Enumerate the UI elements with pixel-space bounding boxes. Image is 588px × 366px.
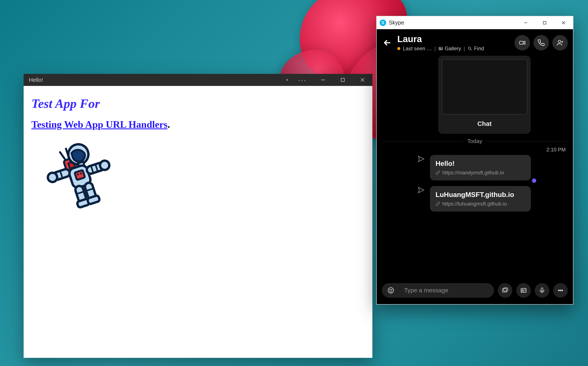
arrow-left-icon [383, 38, 392, 47]
message-out[interactable]: LuHuangMSFT.github.io https://luhuangmsf… [430, 186, 531, 212]
search-icon [467, 46, 472, 51]
meta-separator: | [434, 46, 436, 52]
sent-icon [417, 155, 425, 163]
sent-indicator [417, 155, 425, 163]
meta-separator: | [464, 46, 465, 52]
svg-point-45 [388, 288, 394, 293]
chat-scroll[interactable]: Chat Today 2:10 PM Hello! https://mandym [377, 56, 573, 278]
skype-body: Laura Last seen … | Gallery | [377, 29, 573, 304]
svg-rect-11 [75, 170, 85, 180]
pwa-window: Hello! ··· Test App For Testing Web App … [24, 74, 372, 358]
close-icon [360, 77, 365, 83]
message-timestamp: 2:10 PM [383, 147, 566, 153]
video-icon [519, 39, 526, 46]
status-dot-icon [397, 47, 400, 50]
day-separator: Today [383, 138, 567, 145]
desktop: Hello! ··· Test App For Testing Web App … [0, 0, 588, 366]
phone-icon [537, 39, 545, 46]
pwa-minimize-button[interactable] [313, 74, 333, 86]
status-item: Last seen … [397, 46, 432, 52]
astronaut-image [36, 140, 365, 218]
video-call-button[interactable] [514, 35, 530, 51]
chat-header: Laura Last seen … | Gallery | [377, 29, 573, 56]
pwa-subheading: Testing Web App URL Handlers. [31, 119, 365, 130]
message-url-line: https://mandymsft.github.io [436, 170, 525, 176]
skype-titlebar[interactable]: S Skype [377, 16, 573, 29]
more-icon [557, 287, 564, 294]
link-preview-caption: Chat [439, 114, 530, 133]
pwa-identity-button[interactable] [283, 74, 293, 86]
gallery-label: Gallery [445, 46, 461, 52]
header-actions [514, 35, 568, 51]
svg-rect-1 [341, 78, 344, 81]
message-url: https://luhuangmsft.github.io [442, 201, 507, 207]
more-options-button[interactable] [553, 283, 568, 298]
message-out[interactable]: Hello! https://mandymsft.github.io [430, 155, 531, 180]
mic-icon [539, 287, 545, 294]
dot-icon [286, 79, 288, 81]
emoji-button[interactable] [384, 283, 398, 298]
message-url-line: https://luhuangmsft.github.io [436, 201, 525, 207]
close-icon [561, 20, 566, 25]
skype-logo-icon: S [380, 20, 386, 26]
message-title: Hello! [436, 160, 525, 168]
link-preview-thumb [442, 59, 527, 114]
contact-name: Laura [397, 34, 511, 44]
svg-marker-44 [418, 187, 424, 193]
contact-card-button[interactable] [516, 283, 531, 298]
pwa-titlebar[interactable]: Hello! ··· [24, 74, 372, 86]
pwa-more-button[interactable]: ··· [293, 74, 313, 86]
back-button[interactable] [381, 37, 393, 49]
audio-call-button[interactable] [534, 35, 549, 51]
pwa-link[interactable]: Testing Web App URL Handlers [31, 119, 167, 130]
add-person-icon [557, 39, 564, 46]
add-people-button[interactable] [552, 35, 568, 51]
svg-rect-49 [504, 288, 508, 291]
message-input[interactable] [398, 283, 494, 298]
link-icon [436, 170, 440, 175]
emoji-icon [387, 287, 394, 294]
skype-minimize-button[interactable] [516, 16, 535, 29]
find-label: Find [474, 46, 484, 52]
voice-message-button[interactable] [535, 283, 549, 298]
pwa-window-title: Hello! [29, 77, 43, 83]
svg-point-17 [99, 159, 110, 171]
gallery-link[interactable]: Gallery [438, 46, 461, 52]
svg-rect-48 [503, 289, 507, 292]
pwa-maximize-button[interactable] [333, 74, 353, 86]
svg-point-34 [440, 48, 440, 49]
pwa-period: . [167, 119, 170, 130]
svg-point-39 [558, 40, 561, 43]
find-link[interactable]: Find [467, 46, 484, 52]
skype-close-button[interactable] [554, 16, 573, 29]
svg-point-57 [560, 290, 561, 291]
day-separator-label: Today [467, 138, 482, 145]
svg-point-56 [558, 290, 559, 291]
read-receipt-avatar [531, 178, 537, 183]
svg-rect-54 [541, 288, 543, 291]
sent-indicator [417, 186, 425, 194]
svg-rect-37 [520, 41, 523, 44]
skype-maximize-button[interactable] [535, 16, 554, 29]
contact-card-icon [520, 287, 527, 294]
media-icon [502, 287, 509, 294]
svg-rect-29 [543, 21, 546, 24]
message-input-wrap[interactable] [382, 283, 494, 298]
link-preview-card[interactable]: Chat [438, 56, 530, 134]
maximize-icon [542, 20, 547, 25]
message-title: LuHuangMSFT.github.io [436, 191, 525, 199]
svg-marker-38 [523, 41, 525, 44]
contact-meta: Last seen … | Gallery | Find [397, 46, 511, 52]
pwa-close-button[interactable] [353, 74, 372, 86]
skype-window: S Skype Laura [376, 16, 573, 305]
media-button[interactable] [498, 283, 513, 298]
svg-point-51 [522, 289, 524, 291]
maximize-icon [340, 77, 346, 83]
contact-block[interactable]: Laura Last seen … | Gallery | [397, 34, 511, 52]
svg-marker-43 [418, 156, 424, 162]
minimize-icon [320, 77, 326, 83]
message-url: https://mandymsft.github.io [442, 170, 504, 176]
svg-point-58 [562, 290, 563, 291]
sent-icon [417, 186, 425, 194]
svg-point-46 [390, 290, 390, 290]
